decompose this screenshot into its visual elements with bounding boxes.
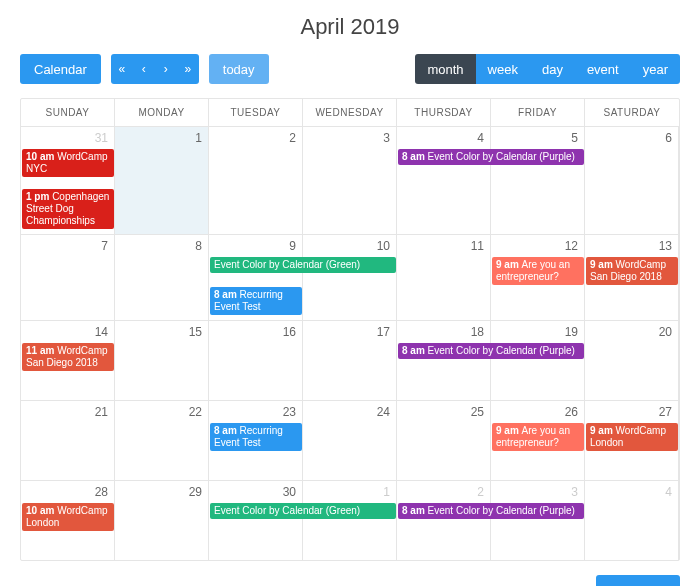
event-time: 1 pm — [26, 191, 52, 202]
day-number: 18 — [471, 325, 484, 339]
dow-header: SUNDAY — [21, 99, 115, 126]
week-row: 78910111213Event Color by Calendar (Gree… — [21, 234, 679, 320]
calendar-event[interactable]: Event Color by Calendar (Green) — [210, 503, 396, 519]
dow-header: SATURDAY — [585, 99, 679, 126]
calendar-event[interactable]: 8 am Event Color by Calendar (Purple) — [398, 149, 584, 165]
events-layer: 11 am WordCamp San Diego 20188 am Event … — [21, 343, 679, 369]
event-title: Event Color by Calendar (Green) — [214, 259, 360, 270]
dow-header: WEDNESDAY — [303, 99, 397, 126]
event-title: Event Color by Calendar (Purple) — [428, 151, 575, 162]
dow-header: THURSDAY — [397, 99, 491, 126]
calendar-event[interactable]: 10 am WordCamp London — [22, 503, 114, 531]
day-number: 21 — [95, 405, 108, 419]
calendar-event[interactable]: Event Color by Calendar (Green) — [210, 257, 396, 273]
next-icon[interactable]: › — [155, 54, 177, 84]
event-time: 8 am — [402, 345, 428, 356]
event-time: 9 am — [590, 425, 616, 436]
day-number: 19 — [565, 325, 578, 339]
view-week[interactable]: week — [476, 54, 530, 84]
events-layer: Event Color by Calendar (Green)9 am Are … — [21, 257, 679, 313]
view-month[interactable]: month — [415, 54, 475, 84]
calendar-event[interactable]: 10 am WordCamp NYC — [22, 149, 114, 177]
view-year[interactable]: year — [631, 54, 680, 84]
calendar-event[interactable]: 9 am WordCamp London — [586, 423, 678, 451]
last-icon[interactable]: » — [177, 54, 199, 84]
day-number: 4 — [665, 485, 672, 499]
day-number: 12 — [565, 239, 578, 253]
day-number: 10 — [377, 239, 390, 253]
toolbar: Calendar « ‹ › » today monthweekdayevent… — [20, 54, 680, 84]
event-time: 9 am — [496, 425, 522, 436]
event-time: 8 am — [214, 425, 240, 436]
event-time: 8 am — [402, 505, 428, 516]
day-number: 5 — [571, 131, 578, 145]
calendar-event[interactable]: 11 am WordCamp San Diego 2018 — [22, 343, 114, 371]
event-title: Event Color by Calendar (Green) — [214, 505, 360, 516]
day-number: 3 — [571, 485, 578, 499]
day-number: 2 — [289, 131, 296, 145]
day-number: 25 — [471, 405, 484, 419]
today-button[interactable]: today — [209, 54, 269, 84]
first-icon[interactable]: « — [111, 54, 133, 84]
calendar-event[interactable]: 9 am Are you an entrepreneur? — [492, 423, 584, 451]
day-number: 17 — [377, 325, 390, 339]
day-number: 11 — [471, 239, 484, 253]
day-number: 14 — [95, 325, 108, 339]
view-event[interactable]: event — [575, 54, 631, 84]
event-time: 8 am — [402, 151, 428, 162]
page-title: April 2019 — [20, 14, 680, 40]
day-number: 16 — [283, 325, 296, 339]
event-time: 9 am — [590, 259, 616, 270]
events-layer: 10 am WordCamp LondonEvent Color by Cale… — [21, 503, 679, 529]
view-day[interactable]: day — [530, 54, 575, 84]
calendar-event[interactable]: 8 am Recurring Event Test — [210, 287, 302, 315]
nav-button-group: « ‹ › » — [111, 54, 199, 84]
day-number: 9 — [289, 239, 296, 253]
day-number: 28 — [95, 485, 108, 499]
day-number: 1 — [383, 485, 390, 499]
event-time: 11 am — [26, 345, 57, 356]
day-number: 20 — [659, 325, 672, 339]
day-number: 6 — [665, 131, 672, 145]
week-row: 3112345610 am WordCamp NYC8 am Event Col… — [21, 126, 679, 234]
dow-header: TUESDAY — [209, 99, 303, 126]
day-number: 4 — [477, 131, 484, 145]
day-number: 8 — [195, 239, 202, 253]
day-number: 31 — [95, 131, 108, 145]
events-layer: 8 am Recurring Event Test9 am Are you an… — [21, 423, 679, 449]
day-number: 3 — [383, 131, 390, 145]
week-row: 282930123410 am WordCamp LondonEvent Col… — [21, 480, 679, 560]
calendar-button[interactable]: Calendar — [20, 54, 101, 84]
day-number: 30 — [283, 485, 296, 499]
week-row: 1415161718192011 am WordCamp San Diego 2… — [21, 320, 679, 400]
calendar-event[interactable]: 8 am Event Color by Calendar (Purple) — [398, 343, 584, 359]
calendar-event[interactable]: 1 pm Copenhagen Street Dog Championships — [22, 189, 114, 229]
dow-header-row: SUNDAYMONDAYTUESDAYWEDNESDAYTHURSDAYFRID… — [21, 99, 679, 126]
day-number: 2 — [477, 485, 484, 499]
calendar-event[interactable]: 9 am WordCamp San Diego 2018 — [586, 257, 678, 285]
calendar-event[interactable]: 8 am Event Color by Calendar (Purple) — [398, 503, 584, 519]
week-row: 212223242526278 am Recurring Event Test9… — [21, 400, 679, 480]
events-layer: 10 am WordCamp NYC8 am Event Color by Ca… — [21, 149, 679, 227]
event-time: 10 am — [26, 505, 57, 516]
calendar-event[interactable]: 8 am Recurring Event Test — [210, 423, 302, 451]
event-title: Event Color by Calendar (Purple) — [428, 505, 575, 516]
dow-header: MONDAY — [115, 99, 209, 126]
day-number: 24 — [377, 405, 390, 419]
day-number: 15 — [189, 325, 202, 339]
calendar-event[interactable]: 9 am Are you an entrepreneur? — [492, 257, 584, 285]
day-number: 22 — [189, 405, 202, 419]
day-number: 1 — [195, 131, 202, 145]
day-number: 23 — [283, 405, 296, 419]
event-time: 9 am — [496, 259, 522, 270]
day-number: 7 — [101, 239, 108, 253]
ical-feed-button[interactable]: iCal Feed — [596, 575, 680, 586]
weeks-container: 3112345610 am WordCamp NYC8 am Event Col… — [21, 126, 679, 560]
event-title: Event Color by Calendar (Purple) — [428, 345, 575, 356]
prev-icon[interactable]: ‹ — [133, 54, 155, 84]
day-number: 13 — [659, 239, 672, 253]
day-number: 27 — [659, 405, 672, 419]
day-number: 29 — [189, 485, 202, 499]
view-switcher: monthweekdayeventyear — [415, 54, 680, 84]
day-number: 26 — [565, 405, 578, 419]
